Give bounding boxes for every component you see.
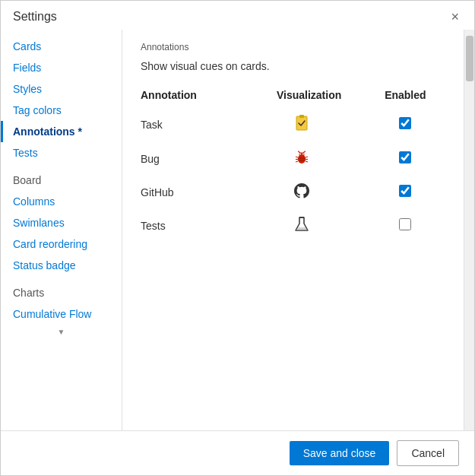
sidebar-item-card-reordering[interactable]: Card reordering (1, 233, 122, 255)
sidebar-item-tag-colors[interactable]: Tag colors (1, 100, 122, 121)
svg-line-10 (296, 161, 298, 162)
annotation-enabled-bug[interactable] (372, 141, 445, 176)
dialog-title: Settings (13, 10, 57, 24)
annotation-icon-github (237, 176, 371, 208)
checkbox-github[interactable] (399, 185, 411, 197)
annotation-label-tests: Tests (141, 208, 237, 243)
svg-line-6 (298, 151, 300, 153)
col-header-visualization: Visualization (237, 86, 371, 107)
annotation-label-github: GitHub (141, 176, 237, 208)
annotation-label-task: Task (141, 107, 237, 141)
scrollbar-track[interactable] (464, 30, 474, 430)
table-row: Tests (141, 208, 445, 243)
svg-line-11 (306, 157, 308, 157)
checkbox-task[interactable] (399, 117, 411, 129)
checkbox-bug[interactable] (399, 151, 411, 163)
table-row: Task (141, 107, 445, 141)
annotations-table: Annotation Visualization Enabled Task (141, 86, 445, 243)
cancel-button[interactable]: Cancel (397, 440, 459, 466)
annotation-icon-task (237, 107, 371, 141)
sidebar-item-fields[interactable]: Fields (1, 57, 122, 78)
svg-line-8 (296, 157, 298, 157)
settings-dialog: Settings × Cards Fields Styles Tag color… (0, 0, 475, 476)
main-content: Annotations Show visual cues on cards. A… (122, 30, 464, 430)
sidebar-item-columns[interactable]: Columns (1, 191, 122, 212)
col-header-enabled: Enabled (372, 86, 445, 107)
col-header-annotation: Annotation (141, 86, 237, 107)
dialog-body: Cards Fields Styles Tag colors Annotatio… (1, 30, 474, 430)
section-label: Annotations (141, 42, 445, 52)
dialog-footer: Save and close Cancel (1, 430, 474, 475)
sidebar-item-tests[interactable]: Tests (1, 142, 122, 163)
dialog-header: Settings × (1, 1, 474, 30)
table-row: Bug (141, 141, 445, 176)
svg-point-4 (299, 154, 301, 155)
sidebar-item-cumulative-flow[interactable]: Cumulative Flow (1, 303, 122, 325)
checkbox-tests[interactable] (399, 218, 411, 230)
sidebar-item-annotations[interactable]: Annotations * (1, 121, 122, 142)
sidebar-item-styles[interactable]: Styles (1, 78, 122, 100)
sidebar-scroll-down-indicator: ▼ (1, 325, 122, 339)
annotation-enabled-task[interactable] (372, 107, 445, 141)
sidebar-item-cards[interactable]: Cards (1, 36, 122, 57)
svg-rect-0 (296, 116, 307, 130)
save-button[interactable]: Save and close (290, 441, 390, 465)
annotation-enabled-tests[interactable] (372, 208, 445, 243)
table-row: GitHub (141, 176, 445, 208)
close-button[interactable]: × (448, 8, 462, 25)
svg-point-5 (302, 154, 303, 155)
annotation-icon-tests (237, 208, 371, 243)
annotation-enabled-github[interactable] (372, 176, 445, 208)
section-description: Show visual cues on cards. (141, 60, 445, 72)
sidebar-section-charts: Charts (1, 276, 122, 303)
svg-line-7 (303, 151, 306, 153)
sidebar: Cards Fields Styles Tag colors Annotatio… (1, 30, 122, 430)
scrollbar-thumb[interactable] (466, 36, 473, 81)
sidebar-item-status-badge[interactable]: Status badge (1, 255, 122, 276)
annotation-label-bug: Bug (141, 141, 237, 176)
svg-line-13 (306, 161, 308, 162)
sidebar-section-board: Board (1, 163, 122, 191)
annotation-icon-bug (237, 141, 371, 176)
sidebar-item-swimlanes[interactable]: Swimlanes (1, 212, 122, 233)
svg-rect-1 (299, 115, 304, 118)
